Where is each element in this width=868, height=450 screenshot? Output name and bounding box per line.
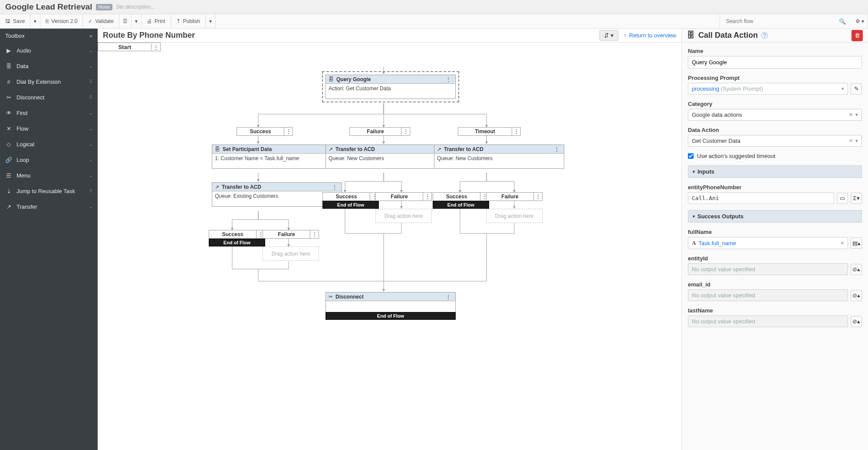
upload-icon: ⤒ [176,18,181,24]
transfer-acd-timeout-node[interactable]: ↗Transfer to ACD⋮ Queue: New Customers [434,145,564,169]
save-caret-button[interactable]: ▾ [30,14,40,28]
entityid-output[interactable]: No output value specified [688,263,848,275]
drop-zone[interactable]: Drag action here [263,246,319,261]
home-badge[interactable]: Home [96,4,113,10]
chevron-down-icon: ▾ [855,112,858,118]
sidebar-item-find[interactable]: 👁Find⌄ [0,105,98,121]
sidebar-item-jump-to-reusable-task[interactable]: ⇣Jump to Reusable Task⠿ [0,183,98,199]
search-icon[interactable]: 🔍 [835,18,849,25]
clear-icon[interactable]: ✕ [849,112,853,118]
text-icon: A [692,240,696,246]
transfer-icon: ↗ [215,184,219,190]
node-menu-icon[interactable]: ⋮ [330,184,339,190]
timeout-branch[interactable]: Timeout⋮ [458,127,521,136]
help-icon[interactable]: ? [761,32,768,39]
version-button[interactable]: ⎘ Version 2.0 [40,14,83,28]
processing-prompt-label: Processing Prompt [688,75,862,81]
toolbox-sidebar: Toolbox « ▶Audio⌄🗄Data⌄#Dial By Extensio… [0,29,98,450]
node-menu-icon[interactable]: ⋮ [444,294,453,300]
success-branch[interactable]: Success⋮ [237,127,293,136]
list-button[interactable]: ☰ [119,14,132,28]
output-menu-button[interactable]: ⊘▴ [851,290,862,301]
success-branch[interactable]: Success⋮ [322,192,379,201]
outputs-section-header[interactable]: ▾ Success Outputs [688,210,862,223]
clear-icon[interactable]: ✕ [849,138,853,144]
data-action-label: Data Action [688,127,862,133]
node-menu-icon[interactable]: ⋮ [284,128,293,135]
failure-branch[interactable]: Failure⋮ [486,192,542,201]
lastname-output[interactable]: No output value specified [688,315,848,327]
failure-branch[interactable]: Failure⋮ [349,127,410,136]
delete-button[interactable]: 🗑 [852,30,863,41]
entity-phone-input[interactable]: Call.Ani [688,192,834,204]
save-button[interactable]: 🖫 Save [0,14,30,28]
node-menu-icon[interactable]: ⋮ [310,230,319,238]
validate-button[interactable]: ✓ Validate [83,14,119,28]
sidebar-item-logical[interactable]: ◇Logical⌄ [0,136,98,152]
sidebar-item-transfer[interactable]: ↗Transfer⌄ [0,199,98,214]
publish-caret-button[interactable]: ▾ [206,14,216,28]
query-google-node[interactable]: 🗄Query Google⋮ Action: Get Customer Data [326,75,456,99]
fx-button[interactable]: Σ▾ [851,193,862,204]
email-output[interactable]: No output value specified [688,289,848,301]
fullname-output[interactable]: A Task.full_name ✕ [688,237,848,249]
sidebar-item-audio[interactable]: ▶Audio⌄ [0,43,98,58]
category-icon: 🗄 [5,63,12,69]
output-menu-button[interactable]: ⊘▴ [851,316,862,327]
email-label: email_id [688,281,862,288]
sidebar-item-flow[interactable]: ✕Flow⌄ [0,121,98,136]
sidebar-item-dial-by-extension[interactable]: #Dial By Extension⠿ [0,74,98,89]
chevron-down-icon: ⌄ [89,204,92,209]
end-of-flow: End of Flow [322,201,379,209]
node-menu-icon[interactable]: ⋮ [533,193,542,200]
timeout-checkbox[interactable] [688,153,694,159]
print-button[interactable]: 🖨 Print [141,14,171,28]
success-branch[interactable]: Success⋮ [209,230,265,239]
drop-zone[interactable]: Drag action here [486,209,542,223]
node-menu-icon[interactable]: ⋮ [444,76,453,82]
processing-prompt-select[interactable]: processing (System Prompt) ▾ [688,83,848,95]
sidebar-item-data[interactable]: 🗄Data⌄ [0,58,98,74]
failure-branch[interactable]: Failure⋮ [375,192,432,201]
failure-branch[interactable]: Failure⋮ [263,230,319,239]
node-menu-icon[interactable]: ⋮ [423,193,431,200]
expression-button[interactable]: ▭ [837,193,848,204]
sidebar-item-disconnect[interactable]: ✂Disconnect⠿ [0,89,98,105]
name-input[interactable] [688,56,862,69]
node-menu-icon[interactable]: ⋮ [512,128,520,135]
sitemap-button[interactable]: ⇵ ▾ [599,30,618,41]
return-link[interactable]: ↑ Return to overview [624,32,676,39]
list-caret-button[interactable]: ▾ [132,14,141,28]
set-participant-node[interactable]: 🗄Set Participant Data⋮ 1: Customer Name … [212,145,342,169]
collapse-icon[interactable]: « [89,33,92,39]
node-menu-icon[interactable]: ⋮ [401,128,410,135]
end-of-flow: End of Flow [326,312,456,320]
node-menu-icon[interactable]: ⋮ [151,44,160,50]
node-menu-icon[interactable]: ⋮ [552,146,561,152]
version-icon: ⎘ [46,18,49,24]
entity-phone-label: entityPhoneNumber [688,184,862,191]
category-label: Category [688,101,862,107]
success-branch[interactable]: Success⋮ [433,192,489,201]
edit-prompt-button[interactable]: ✎ [851,83,862,95]
search-input[interactable] [723,16,835,27]
category-icon: ⇣ [5,188,12,194]
inputs-section-header[interactable]: ▾ Inputs [688,165,862,178]
start-node[interactable]: Start ⋮ [98,43,161,51]
sidebar-item-loop[interactable]: 🔗Loop⌄ [0,152,98,168]
sidebar-item-menu[interactable]: ☰Menu⌄ [0,168,98,183]
publish-button[interactable]: ⤒ Publish [171,14,206,28]
description-placeholder[interactable]: Set description... [116,4,155,10]
data-action-select[interactable]: Get Customer Data ✕ ▾ [688,135,862,147]
flow-canvas[interactable]: Start ⋮ 🗄Query Google⋮ Action: Get Custo… [98,43,681,450]
output-menu-button[interactable]: ▤▴ [851,237,862,249]
settings-button[interactable]: ⚙ ▾ [852,14,868,28]
category-select[interactable]: Google data actions ✕ ▾ [688,109,862,121]
drop-zone[interactable]: Drag action here [375,209,432,223]
page-header: Google Lead Retrieval Home Set descripti… [0,0,868,14]
grip-icon: ⠿ [89,188,92,194]
clear-icon[interactable]: ✕ [840,240,844,246]
arrow-up-icon: ↑ [624,32,627,39]
panel-title: Call Data Action [698,31,758,40]
output-menu-button[interactable]: ⊘▴ [851,264,862,275]
